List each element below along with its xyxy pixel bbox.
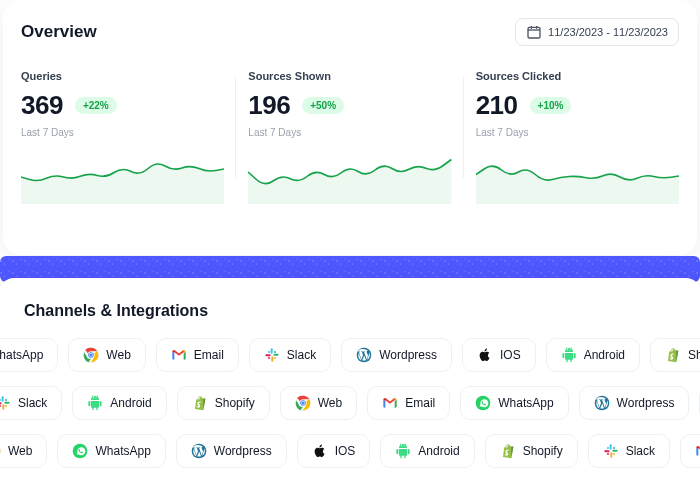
metric-sublabel: Last 7 Days — [21, 127, 224, 138]
apple-icon — [312, 443, 328, 459]
sparkline-queries — [21, 144, 224, 204]
channel-chip-label: Wordpress — [617, 396, 675, 410]
channel-chip-wordpress[interactable]: Wordpress — [579, 386, 690, 420]
channel-chip-wordpress[interactable]: Wordpress — [176, 434, 287, 468]
channel-chip-label: Android — [110, 396, 151, 410]
channel-row: SlackAndroidShopifyWebEmailWhatsAppWordp… — [0, 386, 700, 420]
metric-value: 210 — [476, 90, 518, 121]
wordpress-icon — [191, 443, 207, 459]
android-icon — [395, 443, 411, 459]
channel-chip-chrome[interactable]: Web — [0, 434, 47, 468]
channel-chip-wordpress[interactable]: Wordpress — [341, 338, 452, 372]
channel-chip-whatsapp[interactable]: WhatsApp — [0, 338, 58, 372]
metric-sublabel: Last 7 Days — [248, 127, 451, 138]
channel-chip-label: Web — [318, 396, 342, 410]
metric-value-row: 196 +50% — [248, 90, 451, 121]
section-title: Channels & Integrations — [24, 302, 700, 320]
date-range-picker[interactable]: 11/23/2023 - 11/23/2023 — [515, 18, 679, 46]
page-title: Overview — [21, 22, 97, 42]
chrome-icon — [295, 395, 311, 411]
overview-header: Overview 11/23/2023 - 11/23/2023 — [21, 18, 679, 46]
channel-chip-gmail[interactable]: Email — [680, 434, 700, 468]
channel-chip-label: Slack — [18, 396, 47, 410]
channel-chip-label: WhatsApp — [0, 348, 43, 362]
metric-label: Sources Shown — [248, 70, 451, 82]
channel-chip-label: Wordpress — [379, 348, 437, 362]
sparkline-sources-shown — [248, 144, 451, 204]
channel-chip-shopify[interactable]: Shopify — [650, 338, 700, 372]
channel-chip-label: Slack — [626, 444, 655, 458]
channel-chip-label: IOS — [335, 444, 356, 458]
channel-chip-android[interactable]: Android — [380, 434, 474, 468]
channel-row: WhatsAppWebEmailSlackWordpressIOSAndroid… — [0, 338, 700, 372]
overview-card: Overview 11/23/2023 - 11/23/2023 Queries — [3, 0, 697, 255]
slack-icon — [0, 395, 11, 411]
slack-icon — [264, 347, 280, 363]
metric-value: 196 — [248, 90, 290, 121]
android-icon — [87, 395, 103, 411]
channel-chip-apple[interactable]: IOS — [462, 338, 536, 372]
channel-chip-label: Wordpress — [214, 444, 272, 458]
svg-rect-0 — [528, 27, 540, 38]
metric-label: Sources Clicked — [476, 70, 679, 82]
channel-chip-whatsapp[interactable]: WhatsApp — [460, 386, 568, 420]
metric-value-row: 210 +10% — [476, 90, 679, 121]
channel-chip-label: Shopify — [688, 348, 700, 362]
metric-label: Queries — [21, 70, 224, 82]
gmail-icon — [695, 443, 700, 459]
channel-chip-label: Android — [418, 444, 459, 458]
shopify-icon — [500, 443, 516, 459]
channel-chip-label: IOS — [500, 348, 521, 362]
channel-chip-label: Email — [405, 396, 435, 410]
channel-chip-label: Web — [106, 348, 130, 362]
slack-icon — [603, 443, 619, 459]
channel-chip-chrome[interactable]: Web — [280, 386, 357, 420]
channel-chip-android[interactable]: Android — [546, 338, 640, 372]
metric-sources-clicked: Sources Clicked 210 +10% Last 7 Days — [464, 66, 679, 208]
delta-badge: +10% — [530, 97, 572, 114]
channel-chip-android[interactable]: Android — [72, 386, 166, 420]
channel-chip-whatsapp[interactable]: WhatsApp — [57, 434, 165, 468]
channel-chip-slack[interactable]: Slack — [588, 434, 670, 468]
channel-chip-label: WhatsApp — [498, 396, 553, 410]
whatsapp-icon — [72, 443, 88, 459]
channel-chip-label: Email — [194, 348, 224, 362]
channel-chip-chrome[interactable]: Web — [68, 338, 145, 372]
gmail-icon — [382, 395, 398, 411]
channel-chip-shopify[interactable]: Shopify — [485, 434, 578, 468]
whatsapp-icon — [475, 395, 491, 411]
metrics-row: Queries 369 +22% Last 7 Days Sources Sho… — [21, 66, 679, 208]
calendar-icon — [526, 24, 542, 40]
wordpress-icon — [356, 347, 372, 363]
channel-chip-label: Android — [584, 348, 625, 362]
delta-badge: +50% — [302, 97, 344, 114]
shopify-icon — [665, 347, 681, 363]
sparkline-sources-clicked — [476, 144, 679, 204]
channel-chip-label: Web — [8, 444, 32, 458]
channel-chip-gmail[interactable]: Email — [367, 386, 450, 420]
dashboard-canvas: Overview 11/23/2023 - 11/23/2023 Queries — [0, 0, 700, 502]
channel-chip-label: Slack — [287, 348, 316, 362]
chrome-icon — [83, 347, 99, 363]
channel-chip-label: Shopify — [523, 444, 563, 458]
metric-value-row: 369 +22% — [21, 90, 224, 121]
chrome-icon — [0, 443, 1, 459]
channel-chip-apple[interactable]: IOS — [297, 434, 371, 468]
metric-sources-shown: Sources Shown 196 +50% Last 7 Days — [236, 66, 463, 208]
channel-chip-slack[interactable]: Slack — [249, 338, 331, 372]
gmail-icon — [171, 347, 187, 363]
android-icon — [561, 347, 577, 363]
channels-card: Channels & Integrations WhatsAppWebEmail… — [0, 278, 700, 502]
date-range-label: 11/23/2023 - 11/23/2023 — [548, 26, 668, 38]
metric-queries: Queries 369 +22% Last 7 Days — [21, 66, 236, 208]
channel-chip-label: Shopify — [215, 396, 255, 410]
channel-chip-gmail[interactable]: Email — [156, 338, 239, 372]
channel-chip-label: WhatsApp — [95, 444, 150, 458]
metric-value: 369 — [21, 90, 63, 121]
channel-chip-shopify[interactable]: Shopify — [177, 386, 270, 420]
channel-rows: WhatsAppWebEmailSlackWordpressIOSAndroid… — [0, 338, 700, 468]
delta-badge: +22% — [75, 97, 117, 114]
channel-chip-slack[interactable]: Slack — [0, 386, 62, 420]
wordpress-icon — [594, 395, 610, 411]
channel-row: WebWhatsAppWordpressIOSAndroidShopifySla… — [0, 434, 700, 468]
